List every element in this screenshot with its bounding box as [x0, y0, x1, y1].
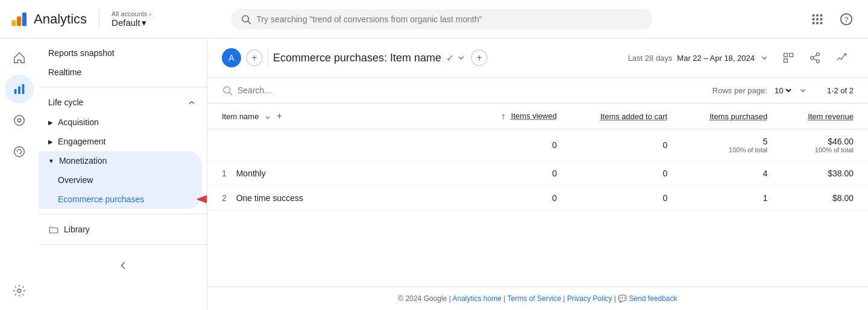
monetization-label: Monetization	[59, 156, 107, 166]
col-item-revenue[interactable]: Item revenue	[782, 104, 868, 129]
add-comparison-button[interactable]: +	[246, 49, 263, 66]
col-items-added-to-cart[interactable]: Items added to cart	[571, 104, 682, 129]
header-actions: ?	[805, 7, 858, 31]
apps-icon	[811, 13, 824, 26]
subtotal-items-added: 0	[571, 129, 682, 161]
svg-rect-0	[11, 20, 16, 26]
report-title: Ecommerce purchases: Item name	[273, 52, 441, 64]
collapse-nav-button[interactable]	[112, 255, 134, 276]
nav-divider-1	[39, 87, 207, 87]
table-search-input[interactable]	[237, 85, 343, 95]
ecommerce-purchases-item[interactable]: Ecommerce purchases	[39, 190, 197, 209]
data-table: Item name + Items viewed	[207, 104, 868, 211]
sidebar-explore-icon[interactable]	[5, 106, 34, 135]
table-container: Rows per page: 10 25 50 1-2 of 2	[207, 78, 868, 287]
lifecycle-section-header[interactable]: Life cycle	[39, 92, 207, 113]
svg-point-30	[817, 60, 820, 63]
svg-rect-9	[816, 18, 819, 20]
customize-report-button[interactable]	[776, 46, 800, 70]
col-item-name-sort-icon	[263, 113, 272, 122]
page-footer: © 2024 Google | Analytics home | Terms o…	[207, 287, 868, 310]
report-title-area: A + Ecommerce purchases: Item name ✓ +	[222, 48, 621, 67]
status-dropdown-icon[interactable]	[456, 53, 466, 63]
acquisition-section[interactable]: ▶ Acquisition	[39, 113, 207, 132]
help-button[interactable]: ?	[834, 7, 858, 31]
subtotal-revenue-pct: 100% of total	[796, 146, 854, 153]
privacy-link[interactable]: Privacy Policy	[567, 294, 612, 303]
row1-items-purchased: 4	[682, 161, 782, 186]
svg-point-20	[17, 119, 21, 122]
table-toolbar: Rows per page: 10 25 50 1-2 of 2	[207, 78, 868, 104]
segment-avatar: A	[222, 48, 241, 67]
svg-rect-26	[790, 54, 793, 57]
col-item-name[interactable]: Item name +	[207, 104, 471, 129]
realtime-item[interactable]: Realtime	[39, 63, 207, 82]
date-dropdown-icon	[760, 53, 769, 63]
add-filter-button[interactable]: +	[471, 49, 488, 66]
sidebar-home-icon[interactable]	[5, 43, 34, 72]
account-selector[interactable]: All accounts › Default ▾	[112, 10, 151, 28]
svg-line-34	[229, 92, 231, 95]
subtotal-purchased-pct: 100% of total	[696, 146, 767, 153]
status-check-icon: ✓	[446, 52, 454, 64]
svg-rect-13	[820, 22, 823, 24]
terms-link[interactable]: Terms of Service	[507, 294, 561, 303]
svg-rect-2	[22, 12, 27, 25]
overview-item[interactable]: Overview	[39, 170, 202, 190]
reports-snapshot-item[interactable]: Reports snapshot	[39, 43, 207, 63]
svg-point-28	[817, 53, 820, 56]
rows-per-page-label: Rows per page:	[712, 86, 767, 95]
svg-rect-8	[813, 18, 815, 20]
add-dimension-button[interactable]: +	[277, 111, 282, 121]
title-separator	[268, 48, 268, 67]
search-input[interactable]	[256, 14, 643, 24]
subtotal-items-purchased: 5 100% of total	[682, 129, 782, 161]
svg-point-22	[17, 289, 21, 293]
all-accounts-label: All accounts ›	[112, 10, 151, 17]
insights-button[interactable]	[829, 46, 854, 70]
trend-icon	[835, 52, 848, 64]
nav-divider-2	[39, 214, 207, 214]
svg-line-4	[248, 21, 251, 23]
sidebar-settings-icon[interactable]	[5, 276, 34, 305]
col-items-viewed[interactable]: Items viewed	[471, 104, 571, 129]
report-customize-icon	[782, 52, 794, 64]
global-search[interactable]	[231, 9, 653, 29]
main-layout: Reports snapshot Realtime Life cycle ▶ A…	[0, 39, 868, 310]
table-search-area[interactable]	[222, 85, 703, 96]
rows-per-page: Rows per page: 10 25 50	[712, 85, 808, 96]
app-title: Analytics	[34, 11, 87, 27]
sidebar-advertising-icon[interactable]	[5, 137, 34, 166]
feedback-link[interactable]: 💬 Send feedback	[618, 294, 677, 303]
analytics-home-link[interactable]: Analytics home	[453, 294, 502, 303]
svg-rect-11	[813, 22, 815, 24]
row1-items-viewed: 0	[471, 161, 571, 186]
col-items-purchased[interactable]: Items purchased	[682, 104, 782, 129]
status-badge: ✓	[446, 52, 466, 64]
row1-items-added: 0	[571, 161, 682, 186]
feedback-text: Send feedback	[629, 294, 677, 303]
date-range-value: Mar 22 – Apr 18, 2024	[677, 54, 755, 63]
monetization-section[interactable]: ▼ Monetization	[39, 151, 202, 170]
apps-grid-button[interactable]	[805, 7, 829, 31]
top-header: Analytics All accounts › Default ▾ ?	[0, 0, 868, 39]
library-item[interactable]: Library	[39, 219, 207, 240]
row2-items-viewed: 0	[471, 186, 571, 211]
rows-per-page-select[interactable]: 10 25 50	[772, 85, 793, 96]
row2-items-purchased: 1	[682, 186, 782, 211]
sidebar-reports-icon[interactable]	[5, 75, 34, 104]
pagination-info: 1-2 of 2	[827, 86, 854, 95]
svg-rect-5	[813, 14, 815, 16]
share-button[interactable]	[803, 46, 827, 70]
row2-revenue: $8.00	[782, 186, 868, 211]
date-range-selector[interactable]: Last 28 days Mar 22 – Apr 18, 2024	[628, 53, 769, 63]
table-header-row: Item name + Items viewed	[207, 104, 868, 129]
subtotal-row: 0 0 5 100% of total $46.00 100% of total	[207, 129, 868, 161]
svg-rect-1	[17, 16, 21, 26]
svg-rect-27	[784, 59, 788, 63]
table-row: 1 Monthly 0 0 4 $38.00	[207, 161, 868, 186]
engagement-section[interactable]: ▶ Engagement	[39, 132, 207, 151]
overview-label: Overview	[58, 175, 93, 185]
account-name: Default ▾	[112, 17, 151, 28]
nav-divider-3	[39, 244, 207, 245]
